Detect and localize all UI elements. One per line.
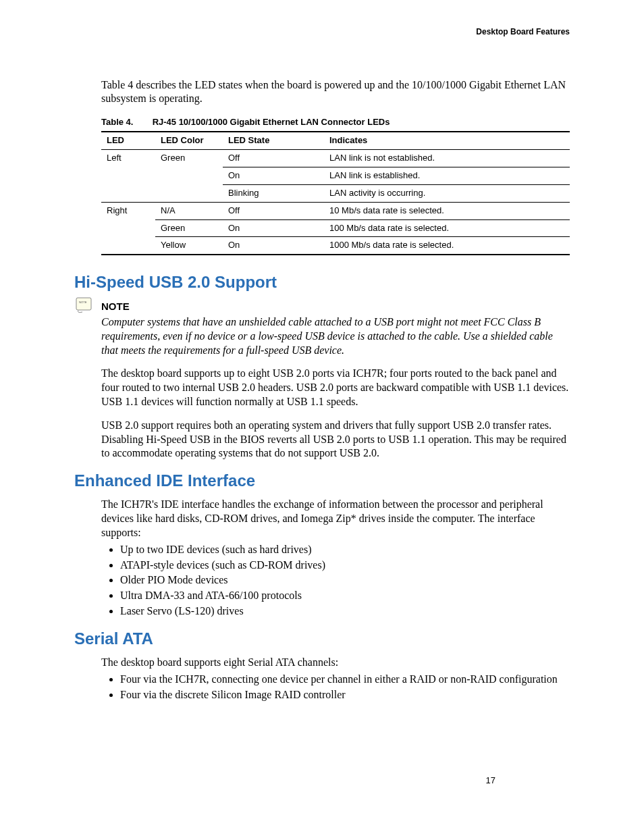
th-led: LED (101, 132, 155, 149)
heading-ide: Enhanced IDE Interface (74, 470, 570, 491)
cell (101, 237, 155, 255)
intro-paragraph: Table 4 describes the LED states when th… (101, 78, 570, 107)
cell: Green (155, 149, 223, 167)
cell: Left (101, 149, 155, 167)
heading-usb: Hi-Speed USB 2.0 Support (74, 271, 570, 292)
ide-bullet-list: Up to two IDE devices (such as hard driv… (101, 543, 570, 619)
usb-paragraph-2: USB 2.0 support requires both an operati… (101, 419, 570, 461)
note-label: NOTE (101, 300, 570, 313)
list-item: Ultra DMA-33 and ATA-66/100 protocols (120, 589, 570, 603)
ide-paragraph: The ICH7R's IDE interface handles the ex… (101, 498, 570, 540)
list-item: Older PIO Mode devices (120, 573, 570, 588)
cell: Off (223, 149, 324, 167)
cell: On (223, 237, 324, 255)
cell: 10 Mb/s data rate is selected. (324, 202, 570, 219)
table-title: RJ-45 10/100/1000 Gigabit Ethernet LAN C… (153, 117, 390, 127)
running-header: Desktop Board Features (74, 27, 570, 38)
table-caption: Table 4. RJ-45 10/100/1000 Gigabit Ether… (101, 117, 570, 128)
sata-bullet-list: Four via the ICH7R, connecting one devic… (101, 673, 570, 702)
note-text: Computer systems that have an unshielded… (101, 315, 570, 357)
led-table: LED LED Color LED State Indicates Left G… (101, 131, 570, 255)
cell (101, 219, 155, 237)
cell: Off (223, 202, 324, 219)
page-number: 17 (486, 775, 495, 787)
cell: 100 Mb/s data rate is selected. (324, 219, 570, 237)
cell (101, 184, 155, 202)
table-header-row: LED LED Color LED State Indicates (101, 132, 570, 149)
cell: 1000 Mb/s data rate is selected. (324, 237, 570, 255)
svg-text:NOTE: NOTE (79, 301, 87, 304)
list-item: Laser Servo (LS-120) drives (120, 604, 570, 619)
cell: On (223, 167, 324, 184)
list-item: ATAPI-style devices (such as CD-ROM driv… (120, 558, 570, 573)
th-state: LED State (223, 132, 324, 149)
note-icon: NOTE (76, 297, 95, 317)
table-row: Blinking LAN activity is occurring. (101, 184, 570, 202)
cell: LAN link is not established. (324, 149, 570, 167)
cell (155, 167, 223, 184)
table-row: Left Green Off LAN link is not establish… (101, 149, 570, 167)
list-item: Four via the discrete Silicon Image RAID… (120, 688, 570, 702)
cell: On (223, 219, 324, 237)
cell: Right (101, 202, 155, 219)
cell: LAN link is established. (324, 167, 570, 184)
cell: Green (155, 219, 223, 237)
heading-sata: Serial ATA (74, 628, 570, 649)
usb-paragraph-1: The desktop board supports up to eight U… (101, 367, 570, 409)
cell: Blinking (223, 184, 324, 202)
cell: Yellow (155, 237, 223, 255)
th-color: LED Color (155, 132, 223, 149)
cell (101, 167, 155, 184)
cell (155, 184, 223, 202)
cell: N/A (155, 202, 223, 219)
svg-rect-0 (76, 298, 91, 310)
sata-paragraph: The desktop board supports eight Serial … (101, 656, 570, 670)
table-row: On LAN link is established. (101, 167, 570, 184)
table-number: Table 4. (101, 117, 150, 128)
cell: LAN activity is occurring. (324, 184, 570, 202)
table-row: Green On 100 Mb/s data rate is selected. (101, 219, 570, 237)
table-row: Yellow On 1000 Mb/s data rate is selecte… (101, 237, 570, 255)
list-item: Up to two IDE devices (such as hard driv… (120, 543, 570, 557)
list-item: Four via the ICH7R, connecting one devic… (120, 673, 570, 687)
th-indicates: Indicates (324, 132, 570, 149)
table-row: Right N/A Off 10 Mb/s data rate is selec… (101, 202, 570, 219)
